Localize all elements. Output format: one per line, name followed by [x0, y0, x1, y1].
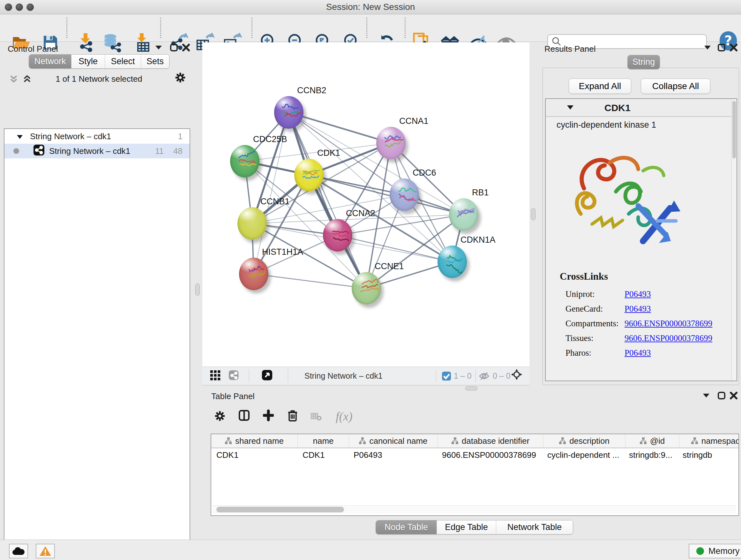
grid-view-icon[interactable] — [210, 370, 221, 381]
crosslink-value-link[interactable]: P06493 — [624, 348, 651, 358]
crosslink-value-link[interactable]: 9606.ENSP00000378699 — [624, 333, 712, 343]
cloud-status-button[interactable] — [9, 544, 28, 558]
table-cell[interactable]: CDK1 — [211, 448, 297, 462]
column-header-@id[interactable]: @id — [625, 434, 679, 448]
column-header-namespace[interactable]: namespace — [679, 434, 739, 448]
table-cell[interactable]: P06493 — [348, 448, 437, 462]
column-header-database-identifier[interactable]: database identifier — [438, 434, 543, 448]
tab-style[interactable]: Style — [71, 55, 105, 68]
show-columns-icon[interactable] — [239, 410, 250, 421]
table-scrollbar-thumb[interactable] — [216, 507, 344, 512]
results-vertical-scrollbar[interactable] — [731, 99, 737, 381]
table-tab-node-table[interactable]: Node Table — [376, 520, 436, 534]
panel-float-icon[interactable] — [169, 42, 179, 53]
crosslink-label: Pharos: — [565, 348, 624, 358]
table-tab-edge-table[interactable]: Edge Table — [436, 520, 496, 534]
toolbar-separator — [366, 17, 367, 38]
crosslink-label: GeneCard: — [565, 304, 624, 314]
edge-CCNB2-HIST1H1A[interactable] — [254, 112, 289, 274]
node-CDC25B[interactable] — [230, 145, 259, 178]
panel-float-icon[interactable] — [716, 42, 727, 53]
node-CCNB2[interactable] — [274, 96, 304, 129]
crosslink-value-link[interactable]: P06493 — [624, 289, 651, 299]
node-CCNA2[interactable] — [323, 219, 352, 252]
panel-close-icon[interactable] — [181, 42, 192, 53]
node-CCNE1[interactable] — [352, 272, 381, 305]
warning-status-button[interactable] — [36, 544, 55, 558]
column-header-canonical-name[interactable]: canonical name — [349, 434, 438, 448]
selected-checkbox-icon[interactable] — [441, 371, 452, 381]
table-panel-title: Table Panel — [211, 391, 255, 401]
gene-collapse-icon[interactable] — [567, 105, 574, 111]
node-CCNA1[interactable] — [376, 127, 406, 159]
gene-section-header[interactable]: CDK1 — [546, 100, 735, 117]
tab-select[interactable]: Select — [105, 55, 141, 68]
network-overview-icon[interactable] — [228, 370, 239, 381]
expand-all-button[interactable]: Expand All — [569, 78, 631, 94]
panel-menu-icon[interactable] — [702, 42, 713, 53]
edge-CCNA2-CDKN1A[interactable] — [338, 235, 452, 262]
results-splitter-handle[interactable] — [531, 208, 536, 220]
column-header-description[interactable]: description — [543, 434, 625, 448]
node-CDK1[interactable] — [294, 159, 324, 191]
network-collection-row[interactable]: String Network – cdk1 1 — [4, 129, 190, 144]
collection-network-count: 1 — [178, 132, 183, 141]
traffic-light-maximize[interactable] — [26, 3, 34, 11]
table-cell[interactable]: stringdb:9... — [624, 448, 677, 462]
open-in-new-window-icon[interactable] — [262, 370, 273, 381]
collection-expand-icon[interactable] — [17, 132, 23, 141]
network-canvas[interactable]: CCNB2CCNA1CDC25BCDK1CDC6RB1CCNB1CCNA2CDK… — [202, 43, 529, 367]
hidden-eye-slash-icon — [479, 371, 489, 381]
node-protein-art — [376, 127, 406, 159]
results-tab-string[interactable]: String — [627, 55, 660, 69]
edge-RB1-CCNA2[interactable] — [338, 214, 464, 235]
crosslink-value-link[interactable]: 9606.ENSP00000378699 — [624, 319, 712, 328]
panel-close-icon[interactable] — [728, 42, 739, 53]
table-tab-network-table[interactable]: Network Table — [496, 520, 573, 534]
column-tree-icon — [640, 437, 647, 444]
network-list: String Network – cdk1 1 String Network –… — [4, 128, 190, 560]
fit-selected-crosshair-icon[interactable] — [511, 369, 522, 380]
panel-menu-icon[interactable] — [153, 42, 164, 53]
column-header-shared-name[interactable]: shared name — [211, 434, 298, 448]
window-title: Session: New Session — [0, 0, 741, 14]
column-header-name[interactable]: name — [298, 434, 349, 448]
network-options-gear-icon[interactable] — [175, 72, 186, 83]
node-CDKN1A[interactable] — [437, 246, 467, 278]
column-tree-icon — [559, 437, 566, 444]
panel-close-icon[interactable] — [728, 390, 739, 401]
panel-float-icon[interactable] — [716, 390, 727, 401]
tab-sets[interactable]: Sets — [141, 55, 169, 68]
table-cell[interactable]: cyclin-dependent ... — [542, 448, 624, 462]
table-cell[interactable]: CDK1 — [297, 448, 348, 462]
results-scrollbar-thumb[interactable] — [732, 101, 736, 159]
edge-CCNB2-CCNE1[interactable] — [289, 112, 366, 288]
panel-menu-icon[interactable] — [701, 390, 712, 401]
string-results-scroll-panel[interactable]: CDK1 cyclin-dependent kinase 1 CrossLink… — [545, 98, 737, 381]
crosslink-value-link[interactable]: P06493 — [624, 304, 651, 314]
node-protein-art — [274, 96, 304, 129]
table-cell[interactable]: 9606.ENSP00000378699 — [437, 448, 542, 462]
network-row[interactable]: String Network – cdk1 11 48 — [4, 144, 190, 159]
table-toolbar: f(x) — [208, 406, 741, 430]
status-bar: Memory — [0, 540, 741, 560]
table-gear-icon[interactable] — [214, 411, 225, 422]
tab-network[interactable]: Network — [29, 55, 71, 68]
edge-HIST1H1A-CCNE1[interactable] — [254, 274, 366, 288]
collapse-all-button[interactable]: Collapse All — [641, 78, 711, 94]
table-horizontal-scrollbar[interactable] — [212, 505, 736, 513]
node-CCNB1[interactable] — [238, 207, 267, 240]
traffic-light-close[interactable] — [5, 3, 12, 11]
control-panel-splitter-handle[interactable] — [195, 284, 200, 296]
edge-CCNB2-CCNA1[interactable] — [289, 112, 391, 143]
memory-button[interactable]: Memory — [689, 544, 741, 558]
node-table[interactable]: shared namenamecanonical namedatabase id… — [211, 434, 739, 516]
table-cell[interactable]: stringdb — [677, 448, 739, 462]
node-CDC6[interactable] — [390, 179, 419, 211]
create-column-icon[interactable] — [263, 410, 274, 421]
table-row[interactable]: CDK1CDK1P064939606.ENSP00000378699cyclin… — [211, 448, 738, 462]
delete-column-trash-icon[interactable] — [287, 410, 298, 421]
node-HIST1H1A[interactable] — [239, 258, 268, 290]
node-RB1[interactable] — [449, 198, 478, 231]
traffic-light-minimize[interactable] — [16, 3, 23, 11]
